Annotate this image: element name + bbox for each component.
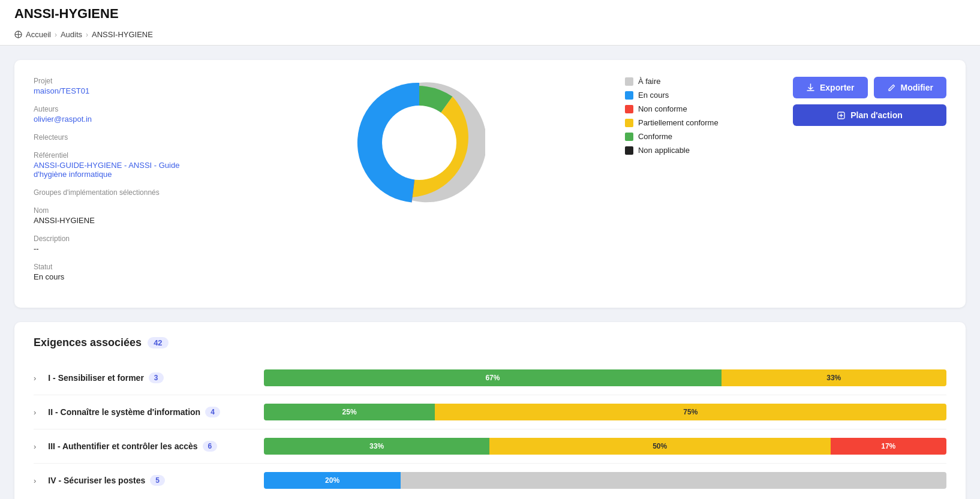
project-field: Projet maison/TEST01: [34, 77, 214, 95]
legend-label-encours: En cours: [638, 91, 669, 100]
bar-green-3: 33%: [264, 438, 489, 455]
req-name-4: IV - Sécuriser les postes 5: [48, 475, 252, 486]
req-bar-3: 33% 50% 17%: [264, 438, 946, 455]
description-field: Description --: [34, 235, 214, 253]
legend-item-partiel: Partiellement conforme: [625, 118, 769, 127]
legend-list: À faire En cours Non conforme Partiellem…: [625, 77, 769, 155]
legend-label-afaire: À faire: [638, 77, 661, 86]
breadcrumb: Accueil › Audits › ANSSI-HYGIENE: [14, 26, 966, 45]
req-badge-1: 3: [149, 372, 164, 383]
info-fields: Projet maison/TEST01 Auteurs olivier@ras…: [34, 77, 214, 291]
legend-item-encours: En cours: [625, 91, 769, 100]
requirements-section: Exigences associées 42 › I - Sensibilise…: [14, 322, 966, 499]
bar-green-1: 67%: [264, 369, 721, 386]
top-buttons-row: Exporter Modifier: [793, 77, 946, 98]
legend-dot-encours: [625, 91, 633, 100]
chevron-icon-4[interactable]: ›: [34, 476, 36, 485]
req-bar-2: 25% 75%: [264, 404, 946, 420]
home-icon: [14, 31, 22, 38]
req-name-label-4: IV - Sécuriser les postes: [48, 476, 145, 485]
legend-label-nonapplicable: Non applicable: [638, 146, 690, 155]
bar-gray-4: [401, 472, 946, 489]
reviewers-label: Relecteurs: [34, 133, 214, 142]
req-name-2: II - Connaître le système d'information …: [48, 407, 252, 417]
statut-field: Statut En cours: [34, 263, 214, 281]
req-row-2: › II - Connaître le système d'informatio…: [34, 395, 946, 429]
bar-green-2: 25%: [264, 404, 434, 420]
edit-icon: [887, 83, 896, 92]
bar-yellow-3: 50%: [489, 438, 831, 455]
req-bar-4: 20%: [264, 472, 946, 489]
referentiel-field: Référentiel ANSSI-GUIDE-HYGIENE - ANSSI …: [34, 151, 214, 179]
action-buttons: Exporter Modifier Plan d'action: [793, 77, 946, 126]
author-email[interactable]: olivier@raspot.in: [34, 115, 92, 124]
chevron-icon-2[interactable]: ›: [34, 408, 36, 417]
groups-field: Groupes d'implémentation sélectionnés: [34, 188, 214, 197]
legend-label-nonconforme: Non conforme: [638, 104, 687, 113]
referentiel-link[interactable]: ANSSI-GUIDE-HYGIENE - ANSSI - Guide d'hy…: [34, 161, 179, 179]
legend-dot-nonconforme: [625, 105, 633, 113]
chevron-icon-3[interactable]: ›: [34, 442, 36, 451]
page-title: ANSSI-HYGIENE: [14, 6, 966, 26]
legend-item-nonconforme: Non conforme: [625, 104, 769, 113]
nom-label: Nom: [34, 206, 214, 215]
req-row-4: › IV - Sécuriser les postes 5 20%: [34, 464, 946, 497]
legend-label-partiel: Partiellement conforme: [638, 118, 719, 127]
legend-dot-partiel: [625, 119, 633, 127]
export-label: Exporter: [820, 83, 855, 92]
bar-red-3: 17%: [831, 438, 946, 455]
req-name-label-1: I - Sensibiliser et former: [48, 373, 144, 383]
nom-value: ANSSI-HYGIENE: [34, 216, 214, 225]
req-name-1: I - Sensibiliser et former 3: [48, 372, 252, 383]
project-link[interactable]: maison/TEST01: [34, 86, 89, 95]
req-name-3: III - Authentifier et contrôler les accè…: [48, 441, 252, 452]
breadcrumb-sep1: ›: [55, 31, 57, 39]
plan-button[interactable]: Plan d'action: [793, 104, 946, 126]
legend-item-conforme: Conforme: [625, 132, 769, 141]
bar-yellow-2: 75%: [435, 404, 946, 420]
legend-dot-nonapplicable: [625, 146, 633, 155]
req-badge-4: 5: [150, 475, 165, 486]
req-bar-1: 67% 33%: [264, 369, 946, 386]
modify-button[interactable]: Modifier: [874, 77, 946, 98]
donut-chart-area: [238, 77, 601, 209]
export-button[interactable]: Exporter: [793, 77, 868, 98]
description-label: Description: [34, 235, 214, 243]
breadcrumb-sep2: ›: [86, 31, 88, 39]
statut-value: En cours: [34, 272, 214, 281]
requirements-count: 42: [148, 337, 168, 348]
breadcrumb-home[interactable]: Accueil: [26, 30, 51, 39]
req-name-label-2: II - Connaître le système d'information: [48, 407, 200, 417]
legend-dot-afaire: [625, 77, 633, 86]
legend-item-afaire: À faire: [625, 77, 769, 86]
requirements-title: Exigences associées: [34, 336, 142, 349]
breadcrumb-audits[interactable]: Audits: [61, 30, 82, 39]
legend-label-conforme: Conforme: [638, 132, 672, 141]
groups-label: Groupes d'implémentation sélectionnés: [34, 188, 214, 197]
requirements-header: Exigences associées 42: [34, 336, 946, 349]
req-row-3: › III - Authentifier et contrôler les ac…: [34, 429, 946, 464]
req-name-label-3: III - Authentifier et contrôler les accè…: [48, 441, 197, 451]
req-badge-2: 4: [205, 407, 220, 417]
authors-label: Auteurs: [34, 105, 214, 113]
chevron-icon-1[interactable]: ›: [34, 374, 36, 383]
export-icon: [806, 83, 815, 92]
bar-yellow-1: 33%: [722, 369, 946, 386]
legend-dot-conforme: [625, 133, 633, 141]
modify-label: Modifier: [901, 83, 933, 92]
referentiel-label: Référentiel: [34, 151, 214, 160]
donut-chart: [353, 77, 485, 209]
req-row-1: › I - Sensibiliser et former 3 67% 33%: [34, 361, 946, 395]
authors-field: Auteurs olivier@raspot.in: [34, 105, 214, 124]
chart-legend: À faire En cours Non conforme Partiellem…: [625, 77, 769, 155]
description-value: --: [34, 244, 214, 253]
legend-item-nonapplicable: Non applicable: [625, 146, 769, 155]
statut-label: Statut: [34, 263, 214, 271]
req-badge-3: 6: [203, 441, 218, 452]
nom-field: Nom ANSSI-HYGIENE: [34, 206, 214, 225]
bar-blue-4: 20%: [264, 472, 401, 489]
svg-point-3: [382, 106, 456, 180]
plan-label: Plan d'action: [850, 110, 903, 120]
info-card: Projet maison/TEST01 Auteurs olivier@ras…: [14, 60, 966, 308]
project-label: Projet: [34, 77, 214, 85]
